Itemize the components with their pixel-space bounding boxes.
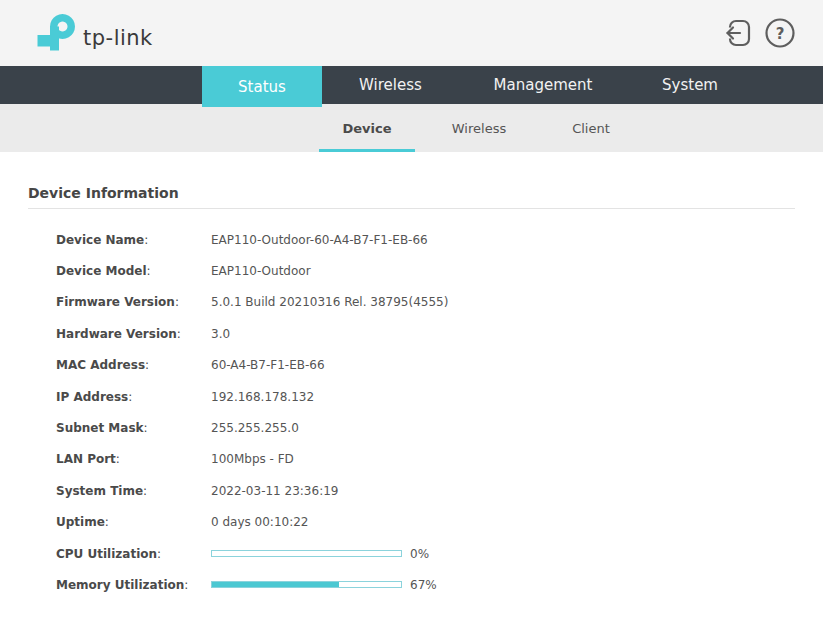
logout-icon[interactable]	[723, 16, 753, 50]
help-icon[interactable]: ?	[764, 17, 796, 49]
subnav-tab-wireless[interactable]: Wireless	[431, 104, 527, 152]
info-label-colon: :	[144, 421, 148, 435]
main-nav: StatusWirelessManagementSystem	[0, 66, 823, 104]
info-value: 100Mbps - FD	[211, 452, 294, 466]
info-label-colon: :	[128, 390, 132, 404]
info-row: Hardware Version:3.0	[56, 318, 795, 349]
info-label-colon: :	[143, 484, 147, 498]
info-label-colon: :	[147, 264, 151, 278]
info-row: Device Name:EAP110-Outdoor-60-A4-B7-F1-E…	[56, 224, 795, 255]
info-label-colon: :	[184, 578, 188, 592]
info-label: IP Address:	[56, 390, 211, 404]
title-divider	[28, 208, 795, 209]
info-row: Uptime:0 days 00:10:22	[56, 507, 795, 538]
info-label-colon: :	[116, 452, 120, 466]
info-label: Firmware Version:	[56, 295, 211, 309]
info-value: 192.168.178.132	[211, 390, 314, 404]
info-label: System Time:	[56, 484, 211, 498]
info-label: Uptime:	[56, 515, 211, 529]
info-label: Memory Utilization:	[56, 578, 211, 592]
app-header: tp-link ?	[0, 0, 823, 66]
main-content: Device Information Device Name:EAP110-Ou…	[0, 185, 823, 601]
info-row: CPU Utilization:0%	[56, 538, 795, 569]
info-row: Memory Utilization:67%	[56, 569, 795, 600]
subnav-tab-device[interactable]: Device	[319, 104, 415, 152]
info-value: 67%	[211, 578, 437, 592]
info-row: LAN Port:100Mbps - FD	[56, 444, 795, 475]
sub-nav: DeviceWirelessClient	[0, 104, 823, 152]
page-title: Device Information	[28, 185, 795, 201]
info-value: 3.0	[211, 327, 230, 341]
info-label: CPU Utilization:	[56, 547, 211, 561]
device-info-list: Device Name:EAP110-Outdoor-60-A4-B7-F1-E…	[56, 224, 795, 601]
info-value: 2022-03-11 23:36:19	[211, 484, 338, 498]
info-label-colon: :	[157, 547, 161, 561]
tplink-logo-text: tp-link	[83, 28, 153, 52]
info-row: IP Address:192.168.178.132	[56, 381, 795, 412]
tplink-logo-icon	[37, 14, 77, 52]
tplink-logo[interactable]: tp-link	[37, 14, 153, 52]
progress-fill	[212, 582, 339, 587]
info-label: Hardware Version:	[56, 327, 211, 341]
info-row: Firmware Version:5.0.1 Build 20210316 Re…	[56, 287, 795, 318]
info-value: 5.0.1 Build 20210316 Rel. 38795(4555)	[211, 295, 448, 309]
info-value: 0%	[211, 547, 429, 561]
info-label-colon: :	[177, 327, 181, 341]
info-label-colon: :	[144, 233, 148, 247]
page-root: tp-link ? StatusWirelessManagementSystem…	[0, 0, 823, 621]
question-mark-glyph: ?	[776, 25, 785, 43]
info-row: Device Model:EAP110-Outdoor	[56, 255, 795, 286]
info-value: 255.255.255.0	[211, 421, 299, 435]
info-row: System Time:2022-03-11 23:36:19	[56, 475, 795, 506]
info-row: Subnet Mask:255.255.255.0	[56, 412, 795, 443]
info-label: Subnet Mask:	[56, 421, 211, 435]
progress-percent: 67%	[410, 578, 437, 592]
progress-bar	[211, 550, 402, 557]
info-label: LAN Port:	[56, 452, 211, 466]
nav-tab-wireless[interactable]: Wireless	[322, 66, 459, 104]
info-label-colon: :	[175, 295, 179, 309]
progress-bar	[211, 581, 402, 588]
info-label-colon: :	[105, 515, 109, 529]
nav-tab-system[interactable]: System	[627, 66, 753, 104]
info-label: Device Model:	[56, 264, 211, 278]
info-label: Device Name:	[56, 233, 211, 247]
info-row: MAC Address:60-A4-B7-F1-EB-66	[56, 350, 795, 381]
info-value: 0 days 00:10:22	[211, 515, 308, 529]
info-label-colon: :	[145, 358, 149, 372]
nav-tab-status[interactable]: Status	[202, 66, 322, 107]
info-value: EAP110-Outdoor-60-A4-B7-F1-EB-66	[211, 233, 428, 247]
info-value: EAP110-Outdoor	[211, 264, 311, 278]
subnav-tab-client[interactable]: Client	[543, 104, 639, 152]
nav-tab-management[interactable]: Management	[459, 66, 627, 104]
info-label: MAC Address:	[56, 358, 211, 372]
header-icons: ?	[723, 16, 796, 50]
info-value: 60-A4-B7-F1-EB-66	[211, 358, 325, 372]
progress-percent: 0%	[410, 547, 429, 561]
